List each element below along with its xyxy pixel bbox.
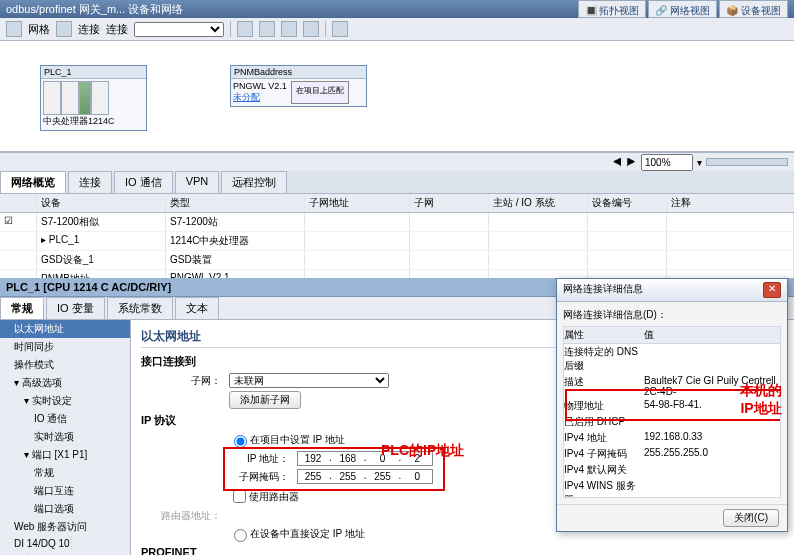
- device-table: 设备 类型 子网地址 子网 主站 / IO 系统 设备编号 注释 ☑S7-120…: [0, 194, 794, 278]
- dialog-row: 连接特定的 DNS 后缀: [564, 344, 780, 374]
- tab-vpn[interactable]: VPN: [175, 171, 220, 193]
- ptab-text[interactable]: 文本: [175, 297, 219, 319]
- topology-view-btn[interactable]: 🔳 拓扑视图: [578, 0, 647, 18]
- tool-icon-4[interactable]: [303, 21, 319, 37]
- add-subnet-btn[interactable]: 添加新子网: [229, 391, 301, 409]
- close-icon[interactable]: ✕: [763, 282, 781, 298]
- tree-item[interactable]: 以太网地址: [0, 320, 130, 338]
- zoom-value[interactable]: [641, 154, 693, 171]
- net-icon[interactable]: [6, 21, 22, 37]
- host-ip-annotation: 本机的 IP地址: [740, 382, 782, 418]
- subnet-select[interactable]: 未联网: [229, 373, 389, 388]
- tab-remote[interactable]: 远程控制: [221, 171, 287, 193]
- tab-connections[interactable]: 连接: [68, 171, 112, 193]
- table-row[interactable]: ▸ PLC_11214C中央处理器: [0, 232, 794, 251]
- device-plc1[interactable]: PLC_1 中央处理器1214C: [40, 65, 147, 131]
- tool-icon-3[interactable]: [281, 21, 297, 37]
- tool-icon-2[interactable]: [259, 21, 275, 37]
- network-view-btn[interactable]: 🔗 网络视图: [648, 0, 717, 18]
- device-view-btn[interactable]: 📦 设备视图: [719, 0, 788, 18]
- title-text: odbus/profinet 网关_m... 设备和网络: [6, 0, 183, 18]
- dialog-row: IPv4 WINS 服务器: [564, 478, 780, 498]
- plc-ip-annotation: PLC的IP地址: [381, 442, 464, 460]
- title-bar: odbus/profinet 网关_m... 设备和网络 🔳 拓扑视图 🔗 网络…: [0, 0, 794, 18]
- ptab-const[interactable]: 系统常数: [107, 297, 173, 319]
- dialog-title: 网络连接详细信息: [563, 282, 643, 298]
- link-icon[interactable]: [56, 21, 72, 37]
- tree-item[interactable]: IO 通信: [0, 410, 130, 428]
- network-canvas[interactable]: PLC_1 中央处理器1214C PNMBaddress PNGWL V2.1 …: [0, 41, 794, 152]
- property-tree[interactable]: 以太网地址时间同步操作模式▾ 高级选项▾ 实时设定IO 通信实时选项▾ 端口 […: [0, 320, 131, 555]
- zoom-icon[interactable]: [332, 21, 348, 37]
- tree-item[interactable]: 端口选项: [0, 500, 130, 518]
- zoom-bar: ⯇ ⯈ ▾: [0, 152, 794, 171]
- tab-io[interactable]: IO 通信: [114, 171, 173, 193]
- tree-item[interactable]: 操作模式: [0, 356, 130, 374]
- dialog-row: IPv4 地址192.168.0.33: [564, 430, 780, 446]
- tree-item[interactable]: 常规: [0, 464, 130, 482]
- zoom-slider[interactable]: [706, 158, 788, 166]
- tab-netoverview[interactable]: 网络概览: [0, 171, 66, 193]
- tree-item[interactable]: 常规: [0, 551, 130, 555]
- tree-item[interactable]: DI 14/DQ 10: [0, 536, 130, 551]
- table-row[interactable]: ☑S7-1200相似S7-1200站: [0, 213, 794, 232]
- tree-item[interactable]: Web 服务器访问: [0, 518, 130, 536]
- overview-tabs: 网络概览 连接 IO 通信 VPN 远程控制: [0, 171, 794, 194]
- toolbar: 网格 连接 连接: [0, 18, 794, 41]
- dialog-row: IPv4 子网掩码255.255.255.0: [564, 446, 780, 462]
- profinet-title: PROFINET: [141, 546, 784, 555]
- tree-item[interactable]: 端口互连: [0, 482, 130, 500]
- use-router-check[interactable]: [233, 490, 246, 503]
- view-buttons: 🔳 拓扑视图 🔗 网络视图 📦 设备视图: [578, 0, 788, 18]
- conn-label: 连接: [106, 22, 128, 37]
- dialog-heading: 网络连接详细信息(D)：: [563, 308, 781, 322]
- opt-dev-ip[interactable]: [234, 529, 247, 542]
- unassigned-link[interactable]: 未分配: [233, 92, 260, 102]
- tool-icon-1[interactable]: [237, 21, 253, 37]
- ptab-io[interactable]: IO 变量: [46, 297, 105, 319]
- zoom-nav-left[interactable]: ⯇: [613, 157, 623, 168]
- tree-item[interactable]: 实时选项: [0, 428, 130, 446]
- device-pnmb[interactable]: PNMBaddress PNGWL V2.1 未分配 在项目上匹配: [230, 65, 367, 107]
- tree-item[interactable]: ▾ 实时设定: [0, 392, 130, 410]
- table-row[interactable]: GSD设备_1GSD装置: [0, 251, 794, 270]
- table-row[interactable]: PNMB地址PNGWL V2.1: [0, 270, 794, 278]
- tree-item[interactable]: ▾ 高级选项: [0, 374, 130, 392]
- tree-item[interactable]: ▾ 端口 [X1 P1]: [0, 446, 130, 464]
- dialog-close-btn[interactable]: 关闭(C): [723, 509, 779, 527]
- dialog-row: IPv4 默认网关: [564, 462, 780, 478]
- connection-select[interactable]: [134, 22, 224, 37]
- tree-item[interactable]: 时间同步: [0, 338, 130, 356]
- zoom-nav-right[interactable]: ⯈: [627, 157, 637, 168]
- match-btn[interactable]: 在项目上匹配: [291, 81, 349, 104]
- ptab-general[interactable]: 常规: [0, 297, 44, 319]
